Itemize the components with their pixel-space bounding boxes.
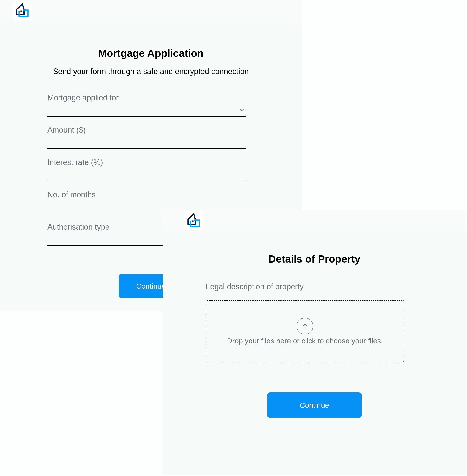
authorisation-type-label: Authorisation type xyxy=(47,223,164,232)
file-dropzone[interactable]: Drop your files here or click to choose … xyxy=(206,300,404,362)
interest-rate-label: Interest rate (%) xyxy=(47,158,246,167)
page-title: Mortgage Application xyxy=(98,47,204,59)
no-of-months-label: No. of months xyxy=(47,190,246,199)
interest-rate-input[interactable] xyxy=(47,171,246,181)
house-logo-icon xyxy=(15,3,30,19)
amount-label: Amount ($) xyxy=(47,125,246,135)
page-title: Details of Property xyxy=(269,253,361,265)
header-bar xyxy=(0,0,302,22)
page-subtitle: Send your form through a safe and encryp… xyxy=(53,67,249,76)
mortgage-applied-for-input[interactable] xyxy=(47,106,246,116)
mortgage-applied-for-select[interactable] xyxy=(47,106,246,116)
details-of-property-card: Details of Property Legal description of… xyxy=(163,210,466,475)
field-authorisation-type: Authorisation type xyxy=(47,223,164,246)
svg-rect-0 xyxy=(20,11,22,12)
upload-icon xyxy=(297,318,313,335)
field-interest-rate: Interest rate (%) xyxy=(47,158,246,181)
form-body: Details of Property Legal description of… xyxy=(163,232,466,431)
svg-rect-1 xyxy=(192,221,193,222)
header-bar xyxy=(163,210,466,232)
legal-description-label: Legal description of property xyxy=(206,282,404,291)
field-mortgage-applied-for: Mortgage applied for xyxy=(47,93,246,116)
continue-button[interactable]: Continue xyxy=(267,392,362,418)
logo xyxy=(184,211,203,230)
logo xyxy=(13,1,32,20)
field-amount: Amount ($) xyxy=(47,125,246,149)
field-legal-description: Legal description of property xyxy=(206,282,404,295)
house-logo-icon xyxy=(186,213,202,228)
dropzone-text: Drop your files here or click to choose … xyxy=(227,337,383,345)
mortgage-applied-for-label: Mortgage applied for xyxy=(47,93,246,102)
amount-input[interactable] xyxy=(47,138,246,148)
authorisation-type-input[interactable] xyxy=(47,235,164,245)
